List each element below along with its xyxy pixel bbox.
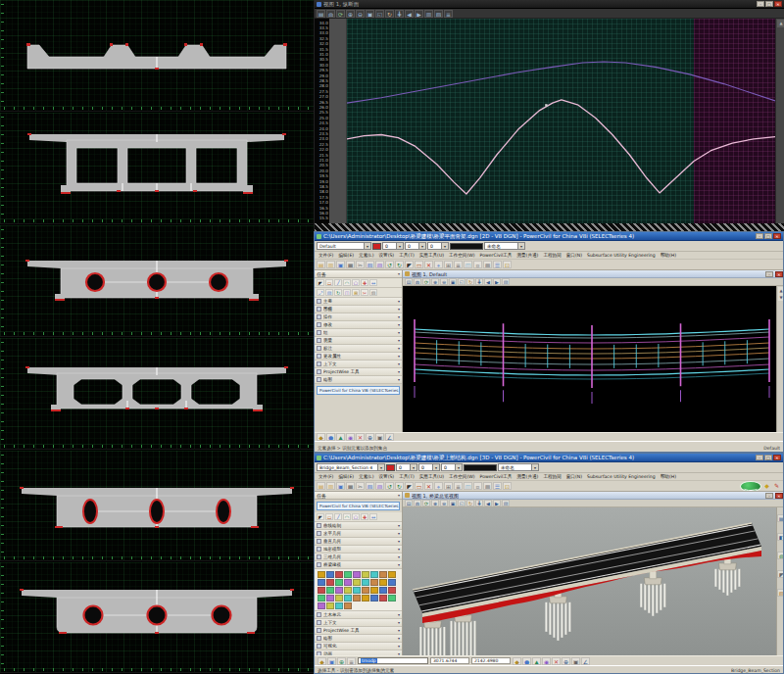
array-tool-icon[interactable]: ⊞ <box>352 289 360 296</box>
close-button[interactable]: ✕ <box>773 233 781 239</box>
menu-item-10[interactable]: 窗口(N) <box>566 253 582 258</box>
view-cube-iso-icon[interactable]: ◧ <box>777 533 784 541</box>
accudraw-compass-icon[interactable]: ⊕ <box>337 657 346 665</box>
section-panel-3[interactable] <box>0 225 314 337</box>
measure-icon[interactable]: ⌖ <box>434 261 443 268</box>
clip-volume-icon[interactable]: ▧ <box>434 10 443 18</box>
view-next-icon[interactable]: ▶ <box>493 500 501 506</box>
update-view-icon[interactable]: ⟳ <box>336 10 345 18</box>
trim-tool-icon[interactable]: ✂ <box>361 289 368 296</box>
bridge-tool-icon[interactable] <box>326 579 334 586</box>
arc-tool-icon[interactable]: ◠ <box>343 279 351 286</box>
zoom-out-icon[interactable]: ⊖ <box>440 278 448 285</box>
task-section-4[interactable]: 三维几何▾ <box>315 554 402 561</box>
task-section-5[interactable]: 测量▾ <box>315 337 402 345</box>
plan-view-titlebar[interactable]: 视图 1, Default – ✕ <box>403 270 784 278</box>
cut-icon[interactable]: ✂ <box>356 482 365 490</box>
pin-icon[interactable]: ▾ <box>398 493 400 498</box>
fence-tool-icon[interactable]: ▭ <box>325 513 333 520</box>
coordinate-x-field[interactable]: 3071.6744 <box>430 657 469 664</box>
close-button[interactable]: ✕ <box>773 455 781 460</box>
bridge-tool-icon[interactable] <box>370 595 378 602</box>
snap-keypoint-icon[interactable]: ● <box>326 433 335 441</box>
minimize-button[interactable]: – <box>756 233 763 239</box>
xyz-lock-icon[interactable]: ▣ <box>327 657 336 665</box>
bridge-tool-icon[interactable] <box>353 579 361 586</box>
bridge-tool-icon[interactable] <box>353 571 361 578</box>
task-section-6[interactable]: 标注▾ <box>315 345 402 353</box>
bridge-tool-icon[interactable] <box>362 571 369 578</box>
menu-item-9[interactable]: 工程协同 <box>543 253 561 258</box>
bridge-tool-icon[interactable] <box>335 579 343 586</box>
pan-view-icon[interactable]: ╋ <box>475 278 483 285</box>
menu-item-5[interactable]: 实用工具(U) <box>419 253 444 258</box>
scroll-up-button[interactable]: ▲ <box>777 20 784 27</box>
model-viewport[interactable] <box>403 507 776 655</box>
undo-icon[interactable]: ↺ <box>385 482 394 490</box>
hatch-tool-icon[interactable]: ▨ <box>369 289 377 296</box>
accudraw-icon[interactable]: ⊞ <box>444 482 453 490</box>
view-display-mode-icon[interactable]: ◍ <box>414 500 421 506</box>
bridge-tool-icon[interactable] <box>370 587 378 594</box>
plan-window-titlebar[interactable]: C:\Users\Administrator\Desktop\桥梁建模\桥梁平面… <box>315 232 783 241</box>
key-in-icon[interactable]: ≡ <box>454 261 463 268</box>
line-style-combo[interactable]: 0 <box>396 463 417 471</box>
cells-icon[interactable]: ⊡ <box>503 482 512 490</box>
bridge-tool-icon[interactable] <box>379 595 387 602</box>
models-icon[interactable]: ◫ <box>464 482 472 490</box>
measure-icon[interactable]: ⌖ <box>434 482 443 490</box>
level-manager-icon[interactable]: ☰ <box>493 482 502 490</box>
model-view-titlebar[interactable]: 视图 1, 桥梁总览视图 – ✕ <box>403 492 784 500</box>
task-section-9[interactable]: 绘图▾ <box>315 635 402 643</box>
polygon-tool-icon[interactable]: ⬠ <box>352 279 360 286</box>
model-window-titlebar[interactable]: C:\Users\Administrator\Desktop\桥梁建模\桥梁上部… <box>315 454 783 462</box>
task-section-3[interactable]: 修改▾ <box>315 321 402 329</box>
snap-intersection-icon[interactable]: ✕ <box>356 433 365 441</box>
rotate-tool-icon[interactable]: ↻ <box>334 289 342 296</box>
bridge-tool-icon[interactable] <box>362 579 369 586</box>
restore-button[interactable]: □ <box>765 1 773 7</box>
bridge-tool-icon[interactable] <box>326 587 334 594</box>
bridge-tool-icon[interactable] <box>344 595 352 602</box>
bridge-tool-icon[interactable] <box>335 571 343 578</box>
menu-item-3[interactable]: 设置(S) <box>378 253 394 258</box>
task-section-1[interactable]: 水平几何▾ <box>315 530 402 538</box>
view-close-button[interactable]: ✕ <box>775 271 783 277</box>
window-area-icon[interactable]: ▣ <box>449 500 457 506</box>
task-section-8[interactable]: ProjectWise 工具▾ <box>315 627 402 635</box>
bridge-tool-icon[interactable] <box>370 571 378 578</box>
task-section-10[interactable]: 可视化▾ <box>315 643 402 650</box>
view-minimize-button[interactable]: – <box>765 271 773 277</box>
locks-icon[interactable]: ▣ <box>571 657 580 665</box>
cells-icon[interactable]: ⊡ <box>503 261 512 268</box>
bridge-tool-icon[interactable] <box>326 595 334 602</box>
bridge-tool-icon[interactable] <box>344 571 352 578</box>
section-panel-2[interactable] <box>0 113 314 224</box>
view-render-mode-icon[interactable]: ◍ <box>777 552 784 559</box>
view-attributes-icon[interactable]: ▤ <box>317 10 325 18</box>
active-cell-combo[interactable]: 未命名 <box>484 242 525 250</box>
menu-item-4[interactable]: 工具(T) <box>399 253 415 258</box>
view-cube-top-icon[interactable]: ▤ <box>777 514 784 522</box>
bridge-tool-icon[interactable] <box>318 587 325 594</box>
copy-tool-icon[interactable]: ▧ <box>325 289 333 296</box>
red-pen-icon[interactable]: ✎ <box>772 482 781 490</box>
modify-tool-icon[interactable]: ✚ <box>361 513 368 520</box>
view-close-button[interactable]: ✕ <box>775 493 783 499</box>
snap-center-icon[interactable]: ◉ <box>542 657 551 665</box>
undo-icon[interactable]: ↺ <box>385 261 394 268</box>
bridge-tool-icon[interactable] <box>362 595 369 602</box>
copy-icon[interactable]: ▧ <box>366 482 374 490</box>
key-in-icon[interactable]: ≡ <box>454 482 463 490</box>
menu-item-8[interactable]: 测量(共通) <box>516 474 538 479</box>
tasks-panel-header[interactable]: 任务 ▾ <box>315 492 402 500</box>
paste-icon[interactable]: ▨ <box>375 482 384 490</box>
save-file-icon[interactable]: ▣ <box>336 261 345 268</box>
menu-item-0[interactable]: 文件(F) <box>318 474 333 479</box>
bridge-tool-icon[interactable] <box>388 595 396 602</box>
menu-item-5[interactable]: 实用工具(U) <box>419 474 444 479</box>
task-section-0[interactable]: 曲线绘制▾ <box>315 522 402 530</box>
active-cell-combo[interactable]: 未命名 <box>498 463 539 471</box>
task-section-0[interactable]: 主要▾ <box>315 298 402 306</box>
copy-view-icon[interactable]: ▥ <box>424 10 433 18</box>
